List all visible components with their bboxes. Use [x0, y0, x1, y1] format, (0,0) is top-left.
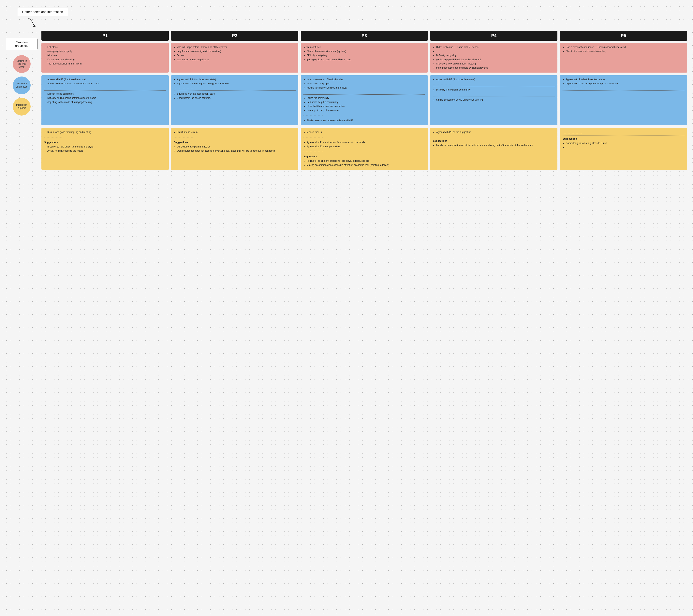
card-p4-pink: Didn't feel alone → Came with 5 Friends … [430, 43, 557, 73]
card-p2-yellow: Didn't attend kick-in - - - - - - - - - … [171, 128, 298, 170]
card-p3-pink: was confused Shock of a new environment … [301, 43, 428, 73]
card-p4-yellow: Agrees with P3 on his suggestion Suggest… [430, 128, 557, 170]
circle-integration: Integration support [13, 98, 31, 116]
card-p2-pink: was in Europe before - knew a bit of the… [171, 43, 298, 73]
table-area: P1 P2 P3 P4 P5 Felt alone managing time … [41, 31, 687, 172]
card-p4-blue: Agrees with P3 (first three item state) … [430, 75, 557, 125]
card-p5-pink: Had a pleasant experience → Sibling show… [560, 43, 687, 73]
row-blue: Agrees with P3 (first three item state) … [41, 75, 687, 125]
circle-settling: Settling in the first week [13, 55, 31, 73]
circle-individual: Individual differences [13, 77, 31, 94]
card-p3-blue: locals are nice and friendly but shy loc… [301, 75, 428, 125]
gather-note-text: Gather notes and information [22, 10, 63, 14]
svg-marker-0 [33, 25, 36, 27]
col-header-p1: P1 [41, 31, 169, 41]
sidebar: Question groupings Settling in the first… [6, 31, 38, 172]
card-p5-yellow: - - - - - - - - - - - - - - - Suggestion… [560, 128, 687, 170]
question-groupings-label: Question groupings [15, 41, 28, 47]
card-p1-blue: Agrees with P3 (first three item state) … [41, 75, 169, 125]
card-p3-yellow: Missed Kick-in - - - - - - - - - - - - -… [301, 128, 428, 170]
col-header-p4: P4 [430, 31, 557, 41]
row-pink: Felt alone managing time properly felt a… [41, 43, 687, 73]
card-p1-pink: Felt alone managing time properly felt a… [41, 43, 169, 73]
card-p2-blue: Agrees with P3 (first three item state) … [171, 75, 298, 125]
gather-note-box: Gather notes and information [18, 8, 67, 16]
col-header-p2: P2 [171, 31, 298, 41]
col-header-p3: P3 [301, 31, 428, 41]
card-p1-yellow: Kick-in was good for mingling and relati… [41, 128, 169, 170]
arrow-icon [26, 17, 38, 29]
question-groupings-box: Question groupings [6, 39, 38, 49]
column-headers: P1 P2 P3 P4 P5 [41, 31, 687, 41]
row-yellow: Kick-in was good for mingling and relati… [41, 128, 687, 170]
col-header-p5: P5 [560, 31, 687, 41]
card-p5-blue: Agrees with P3 (first three item state) … [560, 75, 687, 125]
